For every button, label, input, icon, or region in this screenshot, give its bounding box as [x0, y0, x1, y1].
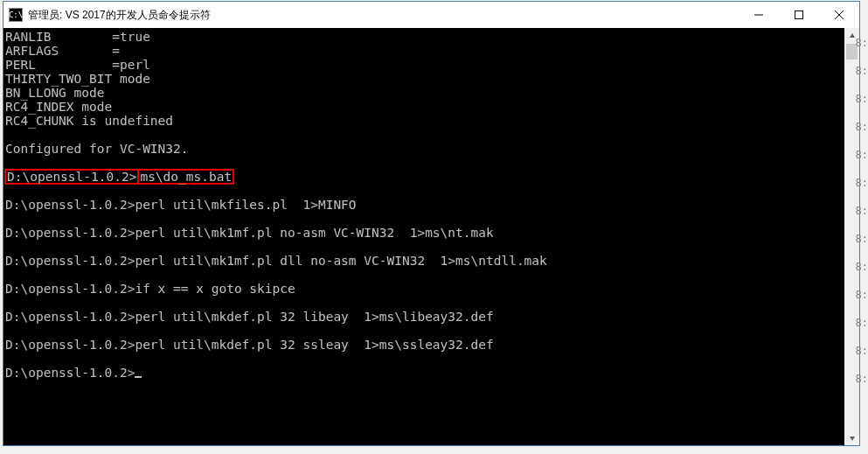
window-controls — [739, 2, 859, 28]
svg-marker-4 — [850, 33, 855, 38]
terminal-line — [5, 240, 844, 254]
terminal-line — [5, 184, 844, 198]
maximize-button[interactable] — [779, 2, 819, 28]
cursor — [135, 376, 142, 378]
svg-rect-1 — [795, 11, 803, 19]
minimize-button[interactable] — [739, 2, 779, 28]
svg-marker-5 — [850, 437, 855, 441]
terminal-line: RC4_INDEX mode — [5, 100, 844, 114]
terminal-line — [5, 296, 844, 310]
terminal-line: D:\openssl-1.0.2>perl util\mk1mf.pl dll … — [5, 254, 844, 268]
app-icon: C:\ — [9, 8, 23, 22]
terminal-line: D:\openssl-1.0.2> — [5, 366, 844, 380]
terminal-line: ARFLAGS = — [5, 44, 844, 58]
terminal-line — [5, 128, 844, 142]
terminal-line — [5, 156, 844, 170]
terminal-line: THIRTY_TWO_BIT mode — [5, 72, 844, 86]
console-window: C:\ 管理员: VS 2017的开发人员命令提示符 RANLIB =trueA… — [3, 1, 860, 446]
highlight-command: ms\do_ms.bat — [137, 169, 234, 185]
titlebar[interactable]: C:\ 管理员: VS 2017的开发人员命令提示符 — [3, 2, 859, 28]
terminal-line: RC4_CHUNK is undefined — [5, 114, 844, 128]
terminal-output[interactable]: RANLIB =trueARFLAGS =PERL =perlTHIRTY_TW… — [3, 28, 844, 445]
terminal-line — [5, 324, 844, 338]
terminal-line — [5, 352, 844, 366]
terminal-line: BN_LLONG mode — [5, 86, 844, 100]
scroll-up-button[interactable] — [844, 28, 859, 43]
window-title: 管理员: VS 2017的开发人员命令提示符 — [28, 8, 739, 23]
console-area: RANLIB =trueARFLAGS =PERL =perlTHIRTY_TW… — [3, 28, 859, 445]
terminal-line: D:\openssl-1.0.2>ms\do_ms.bat — [5, 170, 844, 184]
terminal-line: D:\openssl-1.0.2>perl util\mkdef.pl 32 s… — [5, 338, 844, 352]
terminal-line: D:\openssl-1.0.2>perl util\mkfiles.pl 1>… — [5, 198, 844, 212]
terminal-line: PERL =perl — [5, 58, 844, 72]
scroll-thumb[interactable] — [846, 44, 858, 59]
terminal-line: D:\openssl-1.0.2>perl util\mk1mf.pl no-a… — [5, 226, 844, 240]
terminal-line — [5, 212, 844, 226]
highlight-prompt: D:\openssl-1.0.2> — [4, 169, 139, 185]
terminal-line: D:\openssl-1.0.2>if x == x goto skipce — [5, 282, 844, 296]
close-button[interactable] — [819, 2, 859, 28]
terminal-line: Configured for VC-WIN32. — [5, 142, 844, 156]
terminal-line — [5, 268, 844, 282]
terminal-line: D:\openssl-1.0.2>perl util\mkdef.pl 32 l… — [5, 310, 844, 324]
terminal-line: RANLIB =true — [5, 30, 844, 44]
scroll-down-button[interactable] — [844, 430, 859, 445]
vertical-scrollbar[interactable] — [844, 28, 859, 445]
